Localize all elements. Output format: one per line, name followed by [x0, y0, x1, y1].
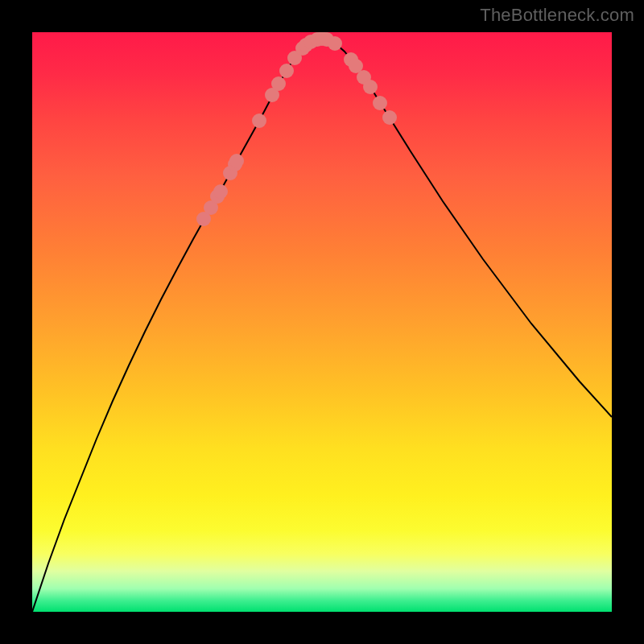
plot-area [32, 32, 612, 612]
data-point [229, 154, 244, 168]
data-point [328, 36, 342, 51]
data-point [279, 64, 294, 78]
data-point [213, 184, 228, 199]
bottleneck-curve [32, 39, 612, 612]
chart-svg [32, 32, 612, 612]
data-point [363, 80, 378, 94]
data-point [271, 76, 286, 91]
marked-points-group [196, 32, 397, 226]
data-point [252, 114, 266, 128]
data-point [382, 110, 397, 125]
data-point [373, 96, 387, 110]
watermark-text: TheBottleneck.com [480, 5, 634, 26]
